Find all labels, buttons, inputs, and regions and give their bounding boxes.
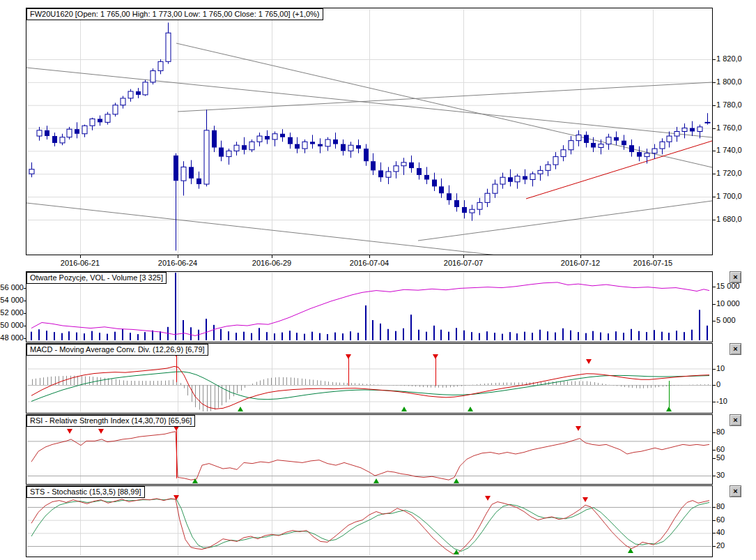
axis-tick [713, 105, 716, 106]
axis-tick [713, 369, 716, 370]
axis-tick [272, 255, 272, 258]
y-tick-label: 1 760,0 [716, 123, 742, 132]
y-tick-label: 1 800,0 [716, 77, 742, 86]
axis-tick [713, 128, 716, 129]
axis-tick [713, 197, 716, 197]
rsi-panel-title: RSI - Relative Strength Index (14,30,70)… [26, 415, 195, 427]
x-axis-date-label: 2016-07-12 [553, 259, 608, 267]
axis-tick [24, 326, 26, 326]
axis-tick [713, 385, 716, 386]
y-tick-label: 1 720,0 [716, 169, 742, 177]
axis-tick [713, 174, 716, 174]
y-tick-label: 56 000 [0, 283, 24, 292]
axis-tick [80, 255, 81, 258]
y-tick-label: 52 000 [0, 308, 24, 317]
y-tick-label: 10 000 [716, 299, 740, 308]
axis-tick [24, 338, 26, 339]
y-tick-label: 48 000 [0, 333, 24, 342]
axis-tick [580, 255, 581, 258]
x-axis-date-label: 2016-07-15 [625, 259, 681, 267]
axis-tick [713, 220, 716, 220]
y-tick-label: 1 740,0 [716, 146, 742, 154]
macd-panel-title: MACD - Moving Average Conv. Div. (12,26,… [26, 344, 208, 356]
y-tick-label: 50 000 [0, 321, 24, 329]
x-axis-date-label: 2016-06-29 [244, 259, 300, 267]
x-axis-date-label: 2016-07-04 [341, 259, 397, 267]
axis-tick [713, 402, 716, 402]
axis-tick [713, 450, 716, 451]
y-tick-label: 0 [716, 380, 720, 388]
y-tick-label: 80 [716, 502, 725, 510]
x-axis-date-label: 2016-07-07 [435, 259, 491, 267]
price-panel [26, 8, 713, 255]
y-tick-label: -10 [716, 397, 727, 405]
axis-tick [24, 288, 26, 289]
axis-tick [178, 255, 178, 258]
chart-workspace: FW20U1620 [Open: 1 765,00 High: 1 773,00… [0, 0, 756, 560]
axis-tick [713, 458, 716, 459]
axis-tick [713, 82, 716, 83]
y-tick-label: 1 680,0 [716, 215, 742, 223]
y-tick-label: 1 780,0 [716, 100, 742, 109]
axis-tick [713, 476, 716, 476]
y-tick-label: 60 [716, 445, 725, 453]
axis-tick [713, 59, 716, 60]
axis-tick [713, 304, 716, 305]
y-tick-label: 1 700,0 [716, 192, 742, 200]
axis-tick [713, 432, 716, 433]
sts-panel-title: STS - Stochastic (15,3,5) [88,99] [26, 486, 145, 498]
x-axis-date-label: 2016-06-21 [52, 259, 108, 267]
y-tick-label: 54 000 [0, 296, 24, 304]
x-axis-date-label: 2016-06-24 [150, 259, 206, 267]
y-tick-label: 5 000 [716, 316, 736, 324]
macd-panel-close-button[interactable]: × [730, 343, 741, 355]
price-panel-title: FW20U1620 [Open: 1 765,00 High: 1 773,00… [26, 8, 323, 20]
rsi-panel-close-button[interactable]: × [730, 414, 741, 426]
y-tick-label: 1 820,0 [716, 54, 742, 63]
axis-tick [24, 313, 26, 314]
volume-panel-close-button[interactable]: × [730, 271, 741, 283]
volume-panel-title: Otwarte Pozycje, VOL - Volume [3 325] [26, 272, 167, 284]
axis-tick [369, 255, 370, 258]
axis-tick [713, 287, 716, 287]
axis-tick [713, 546, 716, 547]
axis-tick [713, 533, 716, 533]
y-tick-label: 50 [716, 453, 725, 462]
price-chart-canvas[interactable] [26, 8, 712, 255]
axis-tick [653, 255, 654, 258]
sts-panel-close-button[interactable]: × [730, 485, 741, 497]
y-tick-label: 20 [716, 541, 725, 550]
axis-tick [713, 321, 716, 321]
y-tick-label: 30 [716, 471, 725, 479]
axis-tick [713, 151, 716, 151]
axis-tick [713, 520, 716, 521]
y-tick-label: 80 [716, 427, 725, 436]
y-tick-label: 40 [716, 528, 725, 536]
y-tick-label: 60 [716, 515, 725, 524]
y-tick-label: 10 [716, 364, 725, 372]
axis-tick [24, 301, 26, 301]
axis-tick [713, 507, 716, 508]
axis-tick [463, 255, 464, 258]
